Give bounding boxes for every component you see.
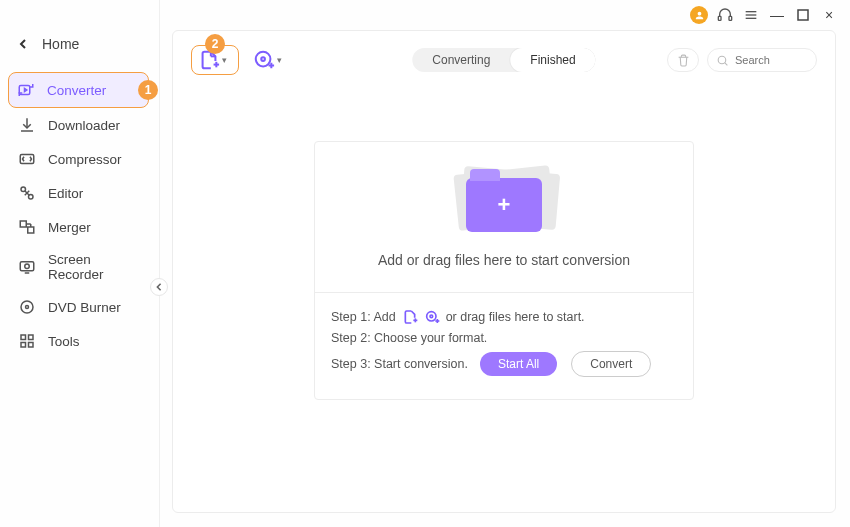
search-field[interactable] [707, 48, 817, 72]
svg-rect-24 [21, 343, 26, 348]
svg-rect-22 [21, 335, 26, 340]
chevron-left-icon [155, 283, 163, 291]
step-3: Step 3: Start conversion. Start All Conv… [331, 351, 677, 377]
sidebar-item-label: Tools [48, 334, 80, 349]
add-file-icon[interactable] [402, 309, 418, 325]
tab-finished[interactable]: Finished [510, 48, 595, 72]
sidebar-item-label: Compressor [48, 152, 122, 167]
svg-rect-13 [20, 221, 26, 227]
headset-icon[interactable] [716, 6, 734, 24]
home-nav[interactable]: Home [0, 26, 159, 62]
svg-rect-17 [20, 262, 34, 271]
annotation-badge-1: 1 [138, 80, 158, 100]
svg-point-21 [26, 306, 29, 309]
svg-rect-1 [729, 16, 732, 20]
sidebar-item-dvd-burner[interactable]: DVD Burner [0, 290, 159, 324]
sidebar-item-editor[interactable]: Editor [0, 176, 159, 210]
folder-illustration: + [444, 162, 564, 238]
chevron-left-icon [18, 39, 28, 49]
plus-icon: + [498, 192, 511, 218]
sidebar-item-merger[interactable]: Merger [0, 210, 159, 244]
user-avatar[interactable] [690, 6, 708, 24]
window-maximize[interactable] [794, 6, 812, 24]
step-3-label: Step 3: Start conversion. [331, 357, 468, 371]
sidebar-item-downloader[interactable]: Downloader [0, 108, 159, 142]
nav-list: Converter 1 Downloader Compressor Editor [0, 72, 159, 358]
window-close[interactable]: × [820, 6, 838, 24]
svg-point-18 [25, 264, 30, 269]
sidebar-item-screen-recorder[interactable]: Screen Recorder [0, 244, 159, 290]
start-all-button[interactable]: Start All [480, 352, 557, 376]
main-panel: 2 ▾ ▾ Converting Finished [172, 30, 836, 513]
sidebar-item-tools[interactable]: Tools [0, 324, 159, 358]
steps-panel: Step 1: Add or drag files here to start.… [315, 293, 693, 399]
add-disc-icon [253, 49, 275, 71]
step-1-suffix: or drag files here to start. [446, 310, 585, 324]
search-icon [716, 54, 729, 67]
step-2: Step 2: Choose your format. [331, 331, 677, 345]
drop-area: + Add or drag files here to start conver… [314, 141, 694, 400]
downloader-icon [18, 116, 36, 134]
sidebar-item-label: Screen Recorder [48, 252, 147, 282]
sidebar-item-label: Converter [47, 83, 106, 98]
toolbar: 2 ▾ ▾ Converting Finished [173, 31, 835, 85]
svg-line-35 [725, 62, 728, 65]
svg-point-31 [261, 57, 265, 61]
sidebar-item-compressor[interactable]: Compressor [0, 142, 159, 176]
sidebar-item-label: Editor [48, 186, 83, 201]
svg-point-39 [430, 315, 433, 318]
svg-rect-0 [718, 16, 721, 20]
sidebar-item-label: Merger [48, 220, 91, 235]
converter-icon [17, 81, 35, 99]
hamburger-icon[interactable] [742, 6, 760, 24]
window-titlebar: — × [690, 0, 850, 30]
add-disc-icon[interactable] [424, 309, 440, 325]
sidebar-item-label: DVD Burner [48, 300, 121, 315]
step-1-prefix: Step 1: Add [331, 310, 396, 324]
svg-marker-7 [25, 89, 27, 92]
chevron-down-icon[interactable]: ▾ [222, 55, 232, 65]
annotation-badge-2: 2 [205, 34, 225, 54]
merger-icon [18, 218, 36, 236]
sidebar: Home Converter 1 Downloader Compressor [0, 0, 160, 527]
svg-point-38 [426, 312, 435, 321]
svg-rect-14 [28, 227, 34, 233]
dvd-burner-icon [18, 298, 36, 316]
svg-point-30 [256, 52, 271, 67]
convert-button[interactable]: Convert [571, 351, 651, 377]
home-label: Home [42, 36, 79, 52]
drop-zone[interactable]: + Add or drag files here to start conver… [315, 142, 693, 293]
add-file-button[interactable]: 2 ▾ [191, 45, 239, 75]
step-1: Step 1: Add or drag files here to start. [331, 309, 677, 325]
trash-button[interactable] [667, 48, 699, 72]
svg-point-20 [21, 301, 33, 313]
tools-icon [18, 332, 36, 350]
add-disc-button[interactable]: ▾ [253, 49, 287, 71]
editor-icon [18, 184, 36, 202]
drop-message: Add or drag files here to start conversi… [335, 252, 673, 268]
folder-icon: + [466, 178, 542, 232]
sidebar-item-converter[interactable]: Converter 1 [8, 72, 149, 108]
chevron-down-icon[interactable]: ▾ [277, 55, 287, 65]
sidebar-item-label: Downloader [48, 118, 120, 133]
sidebar-collapse-handle[interactable] [150, 278, 168, 296]
compressor-icon [18, 150, 36, 168]
trash-icon [677, 54, 690, 67]
status-tabs: Converting Finished [412, 48, 595, 72]
tab-converting[interactable]: Converting [412, 48, 510, 72]
svg-rect-25 [29, 343, 34, 348]
search-input[interactable] [735, 54, 805, 66]
svg-point-34 [718, 56, 726, 64]
window-minimize[interactable]: — [768, 6, 786, 24]
svg-rect-5 [798, 10, 808, 20]
toolbar-right [667, 48, 817, 72]
svg-rect-23 [29, 335, 34, 340]
screen-recorder-icon [18, 258, 36, 276]
